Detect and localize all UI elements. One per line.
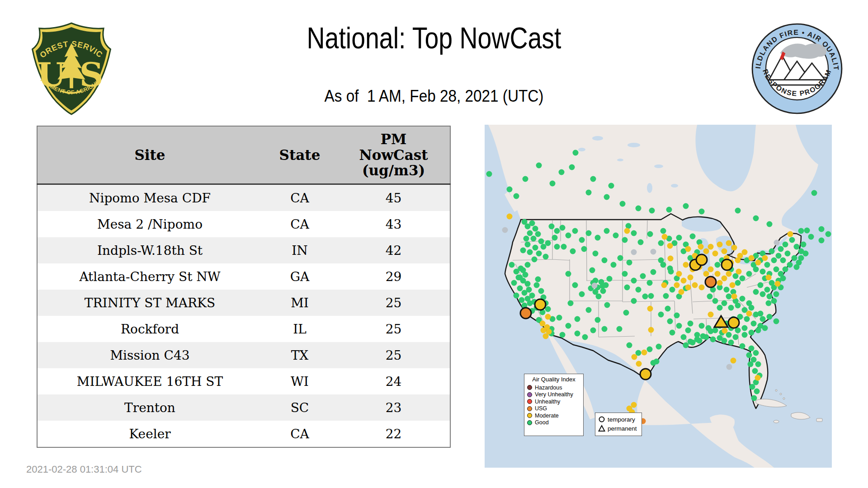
monitor-dot [789,237,795,243]
monitor-dot [749,330,755,336]
monitor-dot [826,231,831,237]
temporary-circle-icon [598,416,605,423]
state-cell: TX [262,342,337,368]
monitor-dot [649,208,655,214]
monitor-dot [755,361,761,367]
monitor-dot [804,228,810,234]
monitor-dot [604,228,610,234]
monitor-dot [762,325,768,331]
monitor-dot [699,209,705,215]
monitor-dot [531,236,537,242]
monitor-dot [698,244,704,250]
monitor-dot [683,203,689,209]
monitor-dot [748,361,754,367]
usfs-letter-s: S [80,55,104,94]
monitor-dot [676,271,682,277]
monitor-dot [736,269,742,275]
highlight-marker-circle [640,369,651,380]
monitor-dot [683,343,689,348]
monitor-dot [536,163,542,169]
state-cell: GA [262,263,337,290]
monitor-dot [681,278,687,284]
monitor-dot [554,228,560,234]
monitor-dot [778,246,784,252]
site-cell: Indpls-W.18th St [37,237,262,263]
monitor-dot [726,294,732,300]
legend-label: Very Unhealthy [535,391,573,398]
monitor-dot [733,334,739,340]
monitor-dot [751,321,757,327]
monitor-dot [688,275,693,281]
good-swatch-icon [527,420,532,425]
monitor-dot [755,328,761,333]
monitor-dot [787,262,793,268]
monitor-dot [568,300,574,306]
monitor-dot [486,171,492,177]
monitor-dot [511,280,517,286]
monitor-dot [690,234,696,239]
monitor-dot [703,334,709,340]
legend-label: temporary [608,416,635,423]
monitor-dot [726,240,732,246]
monitor-dot [523,272,528,278]
monitor-dot [582,334,588,340]
monitor-dot [685,285,691,291]
monitor-dot [708,244,714,250]
monitor-dot [507,214,513,220]
monitor-dot [573,150,579,156]
monitor-dot [699,323,705,329]
monitor-dot [731,294,737,300]
monitor-dot [722,328,728,334]
monitor-dot [545,314,551,320]
monitor-dot [549,224,555,230]
monitor-dot [774,319,779,324]
hazardous-swatch-icon [527,385,532,390]
monitor-dot [722,276,727,282]
monitor-dot [618,255,623,261]
monitor-dot [586,190,592,196]
monitor-dot [794,244,800,250]
monitor-dot [631,402,637,408]
monitor-dot [627,343,632,348]
aqi-legend: Air Quality Index Hazardous Very Unhealt… [524,374,584,436]
monitor-dot [642,350,647,356]
monitor-dot [726,271,732,277]
monitor-dot [780,276,786,282]
page-title: National: Top NowCast [70,23,799,54]
monitor-dot [647,347,653,352]
monitor-dot [798,228,804,234]
legend-item-usg: USG [527,405,580,413]
monitor-dot [559,169,565,175]
monitor-dot [570,249,576,254]
monitor-dot [647,280,653,286]
table-row: Atlanta-Cherry St NWGA29 [37,263,450,290]
aqi-legend-title: Air Quality Index [527,376,580,383]
monitor-dot [631,278,637,284]
table-row: MILWAUKEE 16TH STWI24 [37,368,450,394]
highlight-marker-circle [722,259,732,270]
monitor-dot [731,358,736,364]
monitor-dot [579,237,585,243]
monitor-dot [527,230,533,236]
monitor-dot [557,315,562,321]
monitor-dot [545,240,551,246]
monitor-dot [788,231,793,237]
monitor-dot [754,389,760,394]
monitor-dot [667,319,673,324]
legend-label: Unhealthy [535,399,560,405]
monitor-dot [535,231,541,237]
monitor-dot [755,260,761,266]
unhealthy-swatch-icon [527,399,532,404]
monitor-dot [712,298,718,304]
monitor-dot [525,262,531,268]
monitor-dot [785,251,791,257]
legend-label: Good [535,419,549,426]
monitor-dot [590,328,596,333]
monitor-dot [766,300,772,306]
generated-timestamp: 2021-02-28 01:31:04 UTC [26,464,142,475]
monitor-dot [692,282,698,288]
monitor-dot [676,323,682,329]
monitor-dot [792,255,797,261]
monitor-dot [642,294,648,300]
site-cell: Nipomo Mesa CDF [37,184,262,211]
